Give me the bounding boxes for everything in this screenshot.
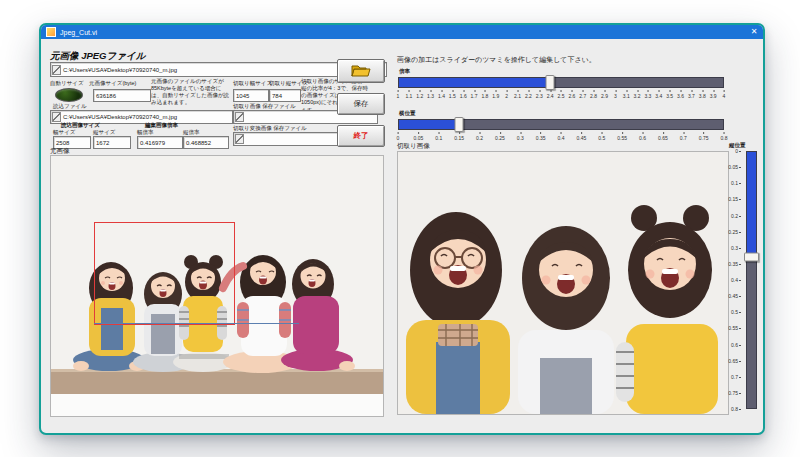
tick-label: 0.45	[577, 135, 587, 141]
scale-slider-label: 倍率	[399, 68, 410, 75]
tick-label: 0.65	[658, 135, 668, 141]
tick-label: 2.9	[601, 93, 608, 99]
original-image-display	[50, 155, 384, 417]
width-label: 幅サイズ	[53, 129, 75, 136]
tick-label: 0.7	[680, 135, 687, 141]
crop-height-value: 784	[269, 89, 301, 102]
crop-width-value: 1045	[233, 89, 269, 102]
exit-button[interactable]: 終了	[337, 125, 385, 147]
open-folder-icon	[350, 64, 372, 78]
scale-slider-ticks: 11.11.21.31.41.51.61.71.81.922.12.22.32.…	[398, 90, 724, 98]
tick-label: 0.05	[414, 135, 424, 141]
height-label: 縦サイズ	[93, 129, 115, 136]
xpos-slider[interactable]	[398, 118, 724, 129]
app-window: Jpeg_Cut.vi ✕ 元画像 JPEGファイル C:¥Users¥USA¥…	[39, 23, 765, 435]
tick-label: 2.4	[547, 93, 554, 99]
tick-label: 0.55	[617, 135, 627, 141]
xpos-slider-track[interactable]	[398, 119, 724, 130]
tick-label: 2.2	[525, 93, 532, 99]
tick-label: 0.4	[558, 135, 565, 141]
path-type-icon	[235, 134, 244, 144]
wscale-label: 幅倍率	[137, 129, 154, 136]
app-icon	[46, 27, 56, 37]
tick-label: 3	[614, 93, 617, 99]
tick-label: 0.15	[454, 135, 464, 141]
tick-label: 0.65	[728, 358, 738, 364]
path-type-icon	[235, 112, 244, 122]
auto-resize-led-indicator	[55, 88, 83, 102]
tick-label: 0.25	[728, 229, 738, 235]
tick-label: 3.3	[644, 93, 651, 99]
tick-label: 2.8	[590, 93, 597, 99]
ypos-slider-ticks: 00.050.10.150.20.250.30.350.40.450.50.55…	[727, 151, 742, 409]
tick-label: 1.4	[438, 93, 445, 99]
tick-label: 2.3	[536, 93, 543, 99]
scale-slider-fill	[399, 78, 550, 87]
tick-label: 3.5	[666, 93, 673, 99]
tick-label: 0.1	[731, 180, 738, 186]
title-bar: Jpeg_Cut.vi ✕	[41, 25, 763, 39]
tick-label: 0.6	[731, 342, 738, 348]
tick-label: 0.5	[598, 135, 605, 141]
crop-baseline	[94, 323, 299, 324]
orig-size-label: 元画像サイズ(byte)	[89, 80, 136, 87]
tick-label: 0.05	[728, 164, 738, 170]
cropped-photo-illustration	[398, 152, 728, 414]
xpos-slider-ticks: 00.050.10.150.20.250.30.350.40.450.50.55…	[398, 132, 724, 140]
hscale-value: 0.468852	[183, 136, 229, 149]
save-file-label: 切取り画像 保存ファイル	[233, 103, 296, 110]
save-button[interactable]: 保存	[337, 93, 385, 115]
scale-slider[interactable]	[398, 76, 724, 87]
path-type-icon	[52, 65, 61, 75]
height-value: 1672	[93, 136, 131, 149]
tick-label: 0.3	[731, 245, 738, 251]
crop-selection-rectangle	[94, 222, 235, 325]
tick-label: 3.1	[623, 93, 630, 99]
save2-file-label: 切取り変換画像 保存ファイル	[233, 125, 307, 132]
load-file-path-text: C:¥Users¥USA¥Desktop¥70920740_m.jpg	[63, 114, 177, 120]
instruction-text: 画像の加工はスライダーのツマミを操作して編集して下さい。	[397, 55, 596, 65]
tick-label: 0.7	[731, 374, 738, 380]
tick-label: 0.75	[699, 135, 709, 141]
tick-label: 0.35	[536, 135, 546, 141]
auto-resize-label: 自動リサイズ	[50, 80, 84, 87]
tick-label: 0.15	[728, 196, 738, 202]
scale-group-label: 編集画像倍率	[145, 122, 178, 129]
tick-label: 3.7	[688, 93, 695, 99]
scale-slider-thumb[interactable]	[546, 75, 555, 90]
tick-label: 0	[397, 135, 400, 141]
ypos-slider-fill	[747, 152, 756, 258]
tick-label: 1.6	[460, 93, 467, 99]
ypos-slider[interactable]	[745, 151, 758, 409]
load-size-group-label: 読込画像サイズ	[61, 122, 100, 129]
path-type-icon	[52, 112, 61, 122]
tick-label: 0.45	[728, 293, 738, 299]
tick-label: 1	[397, 93, 400, 99]
tick-label: 2.1	[514, 93, 521, 99]
tick-label: 0	[735, 148, 738, 154]
tick-label: 1.5	[449, 93, 456, 99]
hscale-label: 縦倍率	[183, 129, 200, 136]
tick-label: 0.6	[639, 135, 646, 141]
tick-label: 1.8	[481, 93, 488, 99]
tick-label: 1.9	[492, 93, 499, 99]
tick-label: 1.1	[405, 93, 412, 99]
open-file-button[interactable]	[337, 59, 385, 83]
tick-label: 1.3	[427, 93, 434, 99]
close-icon[interactable]: ✕	[745, 25, 763, 39]
tick-label: 3.8	[699, 93, 706, 99]
tick-label: 0.25	[495, 135, 505, 141]
tick-label: 0.4	[731, 277, 738, 283]
tick-label: 0.1	[435, 135, 442, 141]
tick-label: 2	[505, 93, 508, 99]
ypos-slider-track[interactable]	[746, 151, 757, 409]
xpos-slider-label: 横位置	[399, 110, 416, 117]
scale-slider-track[interactable]	[398, 77, 724, 88]
tick-label: 4	[723, 93, 726, 99]
xpos-slider-thumb[interactable]	[455, 117, 464, 132]
tick-label: 2.6	[568, 93, 575, 99]
tick-label: 0.8	[721, 135, 728, 141]
ypos-slider-thumb[interactable]	[744, 253, 759, 262]
wscale-value: 0.416979	[137, 136, 183, 149]
tick-label: 0.35	[728, 261, 738, 267]
